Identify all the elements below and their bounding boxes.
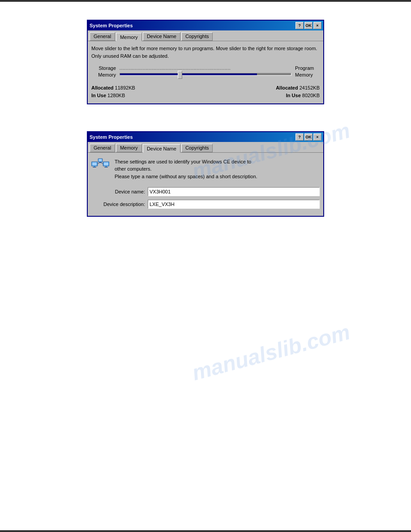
bottom-border	[0, 530, 411, 532]
tab-devicename-1[interactable]: Device Name	[143, 32, 180, 41]
desc-line3: Please type a name (without any spaces) …	[115, 174, 257, 179]
watermark2: manualslib.com	[189, 319, 353, 385]
tab-devicename-2[interactable]: Device Name	[143, 144, 180, 153]
device-name-label: Device name:	[91, 189, 145, 194]
storage-label-line2: Memory	[98, 72, 116, 77]
program-allocated-label: Allocated	[276, 85, 298, 90]
storage-memory-label: Storage Memory	[91, 65, 116, 79]
network-icon	[91, 156, 109, 174]
svg-line-11	[98, 162, 100, 164]
dialog1-titlebar-buttons: ? OK ×	[295, 22, 321, 29]
program-label-line1: Program	[295, 65, 314, 71]
svg-rect-6	[105, 166, 107, 167]
program-inuse-value: 8020KB	[302, 93, 320, 98]
svg-rect-3	[93, 167, 96, 167]
page-content: manualslib.com manualslib.com System Pro…	[0, 2, 411, 235]
svg-rect-1	[92, 162, 97, 165]
tab-memory-2[interactable]: Memory	[116, 144, 142, 152]
slider-thumb[interactable]	[178, 71, 182, 79]
dialog2-titlebar-buttons: ? OK ×	[295, 133, 321, 141]
storage-inuse-label: In Use	[91, 93, 106, 98]
memory-stats: Allocated 11892KB In Use 1280KB Allocate…	[91, 84, 320, 100]
svg-rect-2	[94, 166, 95, 167]
slider-dots: ••••••••••••••••••••••••••••••••••••••••…	[120, 68, 291, 72]
svg-rect-5	[104, 162, 108, 165]
dialog1-ok-button[interactable]: OK	[304, 22, 313, 29]
device-icon-area: These settings are used to identify your…	[91, 156, 320, 180]
program-allocated-value: 24152KB	[300, 85, 320, 90]
dialog1-titlebar: System Properties ? OK ×	[88, 21, 323, 30]
memory-slider-container[interactable]: ••••••••••••••••••••••••••••••••••••••••…	[120, 68, 291, 76]
svg-rect-9	[99, 159, 102, 162]
svg-line-12	[100, 162, 103, 164]
device-description-text: These settings are used to identify your…	[115, 158, 257, 180]
device-name-row: Device name:	[91, 187, 320, 196]
memory-slider-area: Storage Memory •••••••••••••••••••••••••…	[91, 65, 320, 79]
dialog1-body: Move slider to the left for more memory …	[88, 41, 323, 103]
dialog2-help-button[interactable]: ?	[295, 133, 304, 141]
desc-line2: other computers.	[115, 166, 152, 172]
tab-memory-1[interactable]: Memory	[116, 33, 142, 41]
desc-line1: These settings are used to identify your…	[115, 159, 251, 164]
dialog1-title: System Properties	[90, 23, 295, 28]
dialog2: System Properties ? OK × General Memory …	[87, 131, 324, 217]
dialog2-ok-button[interactable]: OK	[304, 133, 313, 141]
slider-fill-left	[120, 73, 180, 75]
tab-general-2[interactable]: General	[90, 144, 115, 152]
dialog2-body: These settings are used to identify your…	[88, 152, 323, 216]
storage-allocated-value: 11892KB	[115, 85, 135, 90]
device-description-input[interactable]	[148, 200, 320, 209]
dialog1: System Properties ? OK × General Memory …	[87, 20, 324, 104]
device-description-row: Device description:	[91, 200, 320, 209]
tab-general-1[interactable]: General	[90, 32, 115, 41]
dialog2-close-button[interactable]: ×	[313, 133, 321, 141]
dialog1-close-button[interactable]: ×	[313, 22, 321, 29]
dialog1-tabs-bar: General Memory Device Name Copyrights	[88, 30, 323, 41]
dialog2-tabs-bar: General Memory Device Name Copyrights	[88, 142, 323, 152]
slider-track[interactable]	[120, 73, 291, 76]
storage-inuse-value: 1280KB	[107, 93, 125, 98]
tab-copyrights-1[interactable]: Copyrights	[181, 32, 213, 41]
program-memory-label: Program Memory	[295, 65, 320, 79]
device-name-input[interactable]	[148, 187, 320, 196]
dialog2-titlebar: System Properties ? OK ×	[88, 132, 323, 142]
slider-fill-right	[180, 73, 257, 75]
dialog2-title: System Properties	[90, 134, 295, 140]
storage-allocated-label: Allocated	[91, 85, 114, 90]
program-stats: Allocated 24152KB In Use 8020KB	[276, 84, 320, 100]
program-inuse-label: In Use	[286, 93, 301, 98]
program-label-line2: Memory	[295, 72, 313, 77]
dialog1-help-button[interactable]: ?	[295, 22, 304, 29]
memory-description: Move slider to the left for more memory …	[91, 45, 320, 60]
storage-stats: Allocated 11892KB In Use 1280KB	[91, 84, 135, 100]
device-description-label: Device description:	[91, 202, 145, 207]
svg-rect-7	[104, 167, 108, 167]
storage-label-line1: Storage	[98, 65, 116, 71]
tab-copyrights-2[interactable]: Copyrights	[181, 144, 213, 152]
